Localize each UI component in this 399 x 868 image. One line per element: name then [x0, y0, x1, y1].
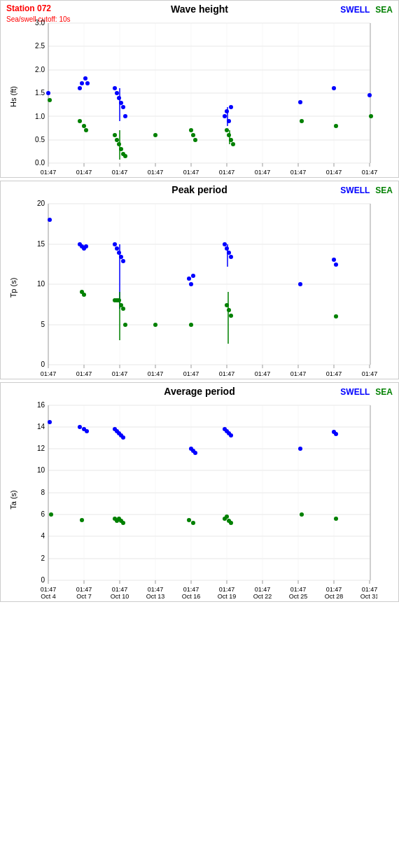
- svg-point-244: [298, 447, 302, 451]
- svg-text:01:47: 01:47: [76, 586, 92, 593]
- svg-text:01:47: 01:47: [326, 586, 342, 593]
- svg-text:01:47: 01:47: [326, 169, 342, 176]
- wave-height-chart: Station 072 Sea/swell cutoff: 10s Wave h…: [0, 0, 399, 178]
- svg-point-64: [123, 154, 127, 158]
- svg-text:01:47: 01:47: [255, 169, 271, 176]
- svg-point-261: [334, 517, 338, 521]
- svg-text:2: 2: [41, 554, 45, 562]
- svg-text:Oct 19: Oct 19: [218, 593, 237, 600]
- svg-text:01:47: 01:47: [219, 169, 235, 176]
- svg-point-130: [48, 218, 52, 222]
- svg-point-158: [121, 307, 125, 311]
- svg-text:14: 14: [37, 423, 46, 430]
- chart2-title: Peak period: [172, 184, 227, 195]
- svg-point-228: [48, 420, 52, 424]
- svg-point-69: [193, 138, 197, 142]
- svg-text:10: 10: [37, 466, 46, 474]
- svg-text:Oct 28: Oct 28: [325, 176, 344, 177]
- svg-point-257: [225, 514, 229, 519]
- svg-text:01:47: 01:47: [41, 169, 57, 176]
- svg-point-47: [223, 114, 227, 118]
- svg-point-60: [115, 138, 119, 142]
- svg-text:01:47: 01:47: [76, 169, 92, 176]
- legend-sea-3: SEA: [375, 387, 393, 397]
- chart2-legend: SWELL SEA: [340, 186, 393, 195]
- chart3-title-row: Average period SWELL SEA: [1, 383, 398, 398]
- svg-text:01:47: 01:47: [219, 586, 235, 593]
- svg-text:Oct 22: Oct 22: [253, 377, 272, 379]
- svg-point-248: [80, 518, 84, 522]
- svg-text:Oct 25: Oct 25: [289, 377, 308, 379]
- svg-point-134: [84, 244, 88, 248]
- svg-text:1.5: 1.5: [35, 89, 45, 97]
- chart2-title-row: Peak period SWELL SEA: [1, 181, 398, 197]
- svg-text:01:47: 01:47: [183, 370, 200, 377]
- svg-point-75: [300, 119, 304, 123]
- svg-point-247: [49, 512, 53, 517]
- svg-text:Oct 7: Oct 7: [76, 377, 92, 379]
- svg-text:Oct 16: Oct 16: [182, 593, 201, 600]
- average-period-chart: Average period SWELL SEA Ta (s): [0, 382, 399, 602]
- svg-point-141: [187, 276, 191, 281]
- svg-point-50: [229, 105, 233, 109]
- svg-text:01:47: 01:47: [41, 586, 57, 593]
- svg-point-156: [117, 298, 121, 302]
- svg-text:Oct 31: Oct 31: [360, 593, 377, 600]
- svg-text:Oct 31: Oct 31: [360, 377, 377, 379]
- svg-point-39: [85, 81, 90, 85]
- svg-point-40: [113, 86, 117, 90]
- svg-point-236: [121, 435, 125, 440]
- svg-text:Oct 7: Oct 7: [76, 593, 92, 600]
- svg-text:01:47: 01:47: [362, 586, 377, 593]
- svg-text:01:47: 01:47: [148, 370, 164, 377]
- svg-point-147: [229, 255, 233, 259]
- svg-point-59: [113, 133, 117, 137]
- svg-point-164: [227, 308, 231, 312]
- svg-text:01:47: 01:47: [326, 370, 342, 377]
- svg-text:0.0: 0.0: [35, 159, 45, 167]
- svg-point-38: [83, 76, 88, 80]
- svg-text:01:47: 01:47: [290, 586, 307, 593]
- svg-text:Oct 19: Oct 19: [218, 176, 237, 177]
- svg-text:20: 20: [37, 200, 46, 207]
- svg-text:01:47: 01:47: [362, 370, 377, 377]
- svg-point-54: [368, 93, 372, 97]
- svg-point-70: [225, 128, 229, 132]
- svg-point-36: [78, 86, 82, 90]
- y-axis-label-1: Hs (ft): [9, 86, 18, 107]
- svg-text:3.0: 3.0: [35, 19, 45, 27]
- svg-point-243: [229, 433, 233, 438]
- svg-point-142: [189, 282, 193, 286]
- legend-sea-2: SEA: [375, 186, 393, 195]
- chart1-legend: SWELL SEA: [340, 5, 393, 15]
- svg-point-145: [225, 246, 229, 251]
- svg-point-255: [191, 521, 195, 525]
- svg-text:01:47: 01:47: [112, 370, 128, 377]
- svg-point-165: [229, 314, 233, 318]
- svg-text:Oct 22: Oct 22: [253, 176, 272, 177]
- svg-point-135: [113, 242, 117, 246]
- svg-text:Oct 7: Oct 7: [76, 176, 92, 177]
- svg-point-153: [82, 293, 86, 297]
- svg-text:0.5: 0.5: [35, 136, 45, 144]
- svg-text:6: 6: [41, 510, 45, 518]
- svg-text:4: 4: [41, 532, 45, 540]
- svg-point-239: [193, 451, 197, 455]
- svg-text:8: 8: [41, 489, 45, 496]
- svg-point-260: [300, 512, 304, 517]
- svg-point-254: [187, 518, 191, 522]
- svg-text:01:47: 01:47: [219, 370, 235, 377]
- svg-point-259: [229, 521, 233, 525]
- svg-text:Oct 4: Oct 4: [41, 176, 56, 177]
- svg-text:01:47: 01:47: [290, 370, 307, 377]
- svg-text:0: 0: [41, 576, 45, 584]
- svg-text:Oct 10: Oct 10: [111, 176, 130, 177]
- svg-point-151: [334, 262, 338, 267]
- svg-point-229: [78, 425, 82, 429]
- svg-text:Oct 28: Oct 28: [325, 377, 344, 379]
- svg-point-136: [115, 246, 119, 251]
- chart2-svg: 0 5 10 15 20: [20, 197, 377, 379]
- svg-text:01:47: 01:47: [183, 169, 200, 176]
- svg-text:16: 16: [37, 401, 46, 409]
- svg-text:01:47: 01:47: [290, 169, 307, 176]
